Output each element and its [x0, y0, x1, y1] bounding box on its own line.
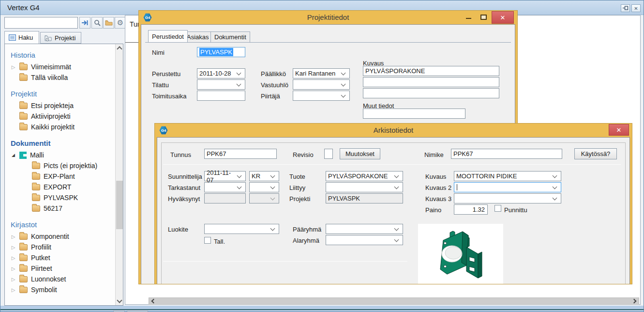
tree-item-label: Komponentit: [31, 233, 69, 240]
tree-item-komponentit[interactable]: ▷Komponentit: [5, 231, 115, 242]
kuvaus-combobox[interactable]: MOOTTORIN PIDIKE: [454, 171, 561, 181]
folder-icon: [19, 64, 28, 70]
scroll-left-icon: [151, 299, 156, 304]
close-button[interactable]: ✕: [492, 11, 514, 24]
tree-item-aktiiviprojekti[interactable]: Aktiiviprojekti: [5, 111, 115, 122]
pin-button[interactable]: [621, 4, 630, 12]
toimitusaika-field[interactable]: [197, 91, 245, 101]
tilattu-combobox[interactable]: [197, 79, 245, 90]
tab-label: Perustiedot: [152, 33, 184, 40]
maximize-icon[interactable]: [480, 15, 487, 20]
projekti-label: Projekti: [289, 195, 310, 203]
tall-checkbox[interactable]: [204, 237, 211, 244]
punnittu-checkbox[interactable]: [494, 205, 501, 212]
project-folder-icon: [45, 35, 52, 41]
chevron-down-icon: [270, 184, 275, 189]
muutokset-button[interactable]: Muutokset: [340, 148, 380, 159]
folder-icon: [32, 184, 40, 190]
paallikko-value: Kari Rantanen: [295, 70, 335, 77]
folder-icon: [19, 276, 28, 282]
hyvaksynyt-label: Hyväksynyt: [168, 195, 200, 203]
tree-item-exp-plant[interactable]: EXP-Plant: [5, 171, 115, 182]
expander-icon[interactable]: ▷: [11, 234, 16, 239]
nimike-value: PPK67: [453, 150, 473, 157]
open-folder-button[interactable]: [103, 17, 114, 29]
chevron-down-icon: [341, 70, 346, 75]
tree-item-symbolit[interactable]: ▷Symbolit: [5, 284, 115, 295]
tree-item-profiilit[interactable]: ▷Profiilit: [5, 242, 115, 252]
expander-icon[interactable]: ▷: [11, 287, 16, 293]
tab-perustiedot[interactable]: Perustiedot: [148, 30, 188, 42]
chevron-down-icon: [394, 237, 399, 242]
nimike-field[interactable]: PPK67: [451, 149, 562, 159]
nimi-field[interactable]: PYLVASPK: [197, 47, 245, 57]
minimize-icon[interactable]: [466, 18, 471, 19]
text-caret: [457, 184, 457, 190]
tree-item-piirteet[interactable]: ▷Piirteet: [5, 263, 115, 274]
tree-item-export[interactable]: EXPORT: [5, 182, 115, 192]
tree-item-etsi-projekteja[interactable]: Etsi projekteja: [5, 100, 115, 111]
archive-dialog-titlebar[interactable]: G4 Arkistotiedot ✕: [155, 124, 632, 137]
tree-item-56217[interactable]: 56217: [5, 203, 115, 214]
kuvaus-field-1[interactable]: PYLVÄSPORAKONE: [363, 66, 499, 76]
settings-button[interactable]: ⚙: [115, 17, 126, 29]
piirtaja-combobox[interactable]: [293, 91, 350, 101]
kuvaus2-combobox[interactable]: [454, 182, 561, 192]
folder-icon: [19, 75, 28, 81]
tunnus-value: PPK67: [207, 150, 226, 157]
revisio-field[interactable]: [324, 149, 333, 159]
kaytossa-button[interactable]: Käytössä?: [574, 148, 617, 159]
paallikko-combobox[interactable]: Kari Rantanen: [293, 68, 350, 78]
close-icon: ✕: [634, 6, 638, 11]
tarkastanut-initials-combobox[interactable]: [249, 182, 279, 192]
tree-item-kaikki-projektit[interactable]: Kaikki projektit: [5, 122, 115, 132]
tarkastanut-date-combobox[interactable]: [204, 182, 246, 192]
expander-icon[interactable]: ▷: [11, 64, 16, 70]
expander-icon[interactable]: ▷: [11, 266, 16, 271]
suunnittelija-date-combobox[interactable]: 2011-11-07: [204, 171, 246, 181]
tuote-combobox[interactable]: PYLVÄSPORAKONE: [326, 171, 403, 181]
chevron-down-icon: [553, 184, 557, 189]
close-button[interactable]: ✕: [609, 124, 629, 136]
paaryhma-combobox[interactable]: [326, 224, 403, 234]
luokite-combobox[interactable]: [204, 224, 279, 234]
alaryhma-combobox[interactable]: [326, 235, 403, 245]
liittyy-combobox[interactable]: [326, 182, 403, 192]
go-button[interactable]: [79, 17, 90, 29]
tree-item-t-ll-viikolla[interactable]: Tällä viikolla: [5, 72, 115, 83]
tree-item-luonnokset[interactable]: ▷Luonnokset: [5, 274, 115, 284]
paino-field[interactable]: 1.32: [454, 204, 488, 215]
close-panel-button[interactable]: ✕: [631, 4, 641, 12]
tab-projekti[interactable]: Projekti: [40, 32, 81, 44]
tab-haku[interactable]: Haku: [4, 31, 39, 44]
muut-tiedot-field[interactable]: [363, 109, 465, 119]
expander-icon[interactable]: ▷: [11, 245, 16, 250]
muutokset-button-label: Muutokset: [345, 150, 374, 157]
folder-icon: [19, 255, 28, 261]
project-dialog-titlebar[interactable]: G4 Projektitiedot ✕: [139, 11, 517, 24]
chevron-down-icon: [237, 81, 241, 86]
vastuuhlo-combobox[interactable]: [293, 79, 350, 90]
suunnittelija-initials-combobox[interactable]: KR: [249, 171, 279, 181]
perustettu-combobox[interactable]: 2011-10-28: [197, 68, 245, 78]
search-input[interactable]: [4, 17, 78, 29]
kuvaus-field-3[interactable]: [363, 88, 499, 98]
expander-icon[interactable]: ▷: [11, 255, 16, 261]
horizontal-scrollbar[interactable]: [149, 297, 639, 305]
expander-icon[interactable]: ▷: [11, 277, 16, 282]
tunnus-field[interactable]: PPK67: [204, 149, 277, 159]
search-button[interactable]: [91, 17, 103, 29]
tab-dokumentit[interactable]: Dokumentit: [210, 31, 250, 42]
tree-item-pylvaspk[interactable]: PYLVASPK: [5, 192, 115, 203]
scrollbar-thumb[interactable]: [116, 181, 123, 229]
expander-icon[interactable]: ◢: [11, 153, 16, 157]
kuvaus3-combobox[interactable]: [454, 193, 561, 203]
tree-scrollbar[interactable]: [115, 44, 123, 305]
tree-item-putket[interactable]: ▷Putket: [5, 252, 115, 263]
tuote-value: PYLVÄSPORAKONE: [328, 172, 388, 180]
tree-item-picts-ei-projektia[interactable]: Picts (ei projektia): [5, 160, 115, 171]
chevron-down-icon: [270, 226, 275, 231]
tree-item-viimeisimm-t[interactable]: ▷Viimeisimmät: [5, 62, 115, 72]
kuvaus-field-2[interactable]: [363, 77, 499, 87]
tree-item-malli[interactable]: ◢Malli: [5, 150, 115, 160]
